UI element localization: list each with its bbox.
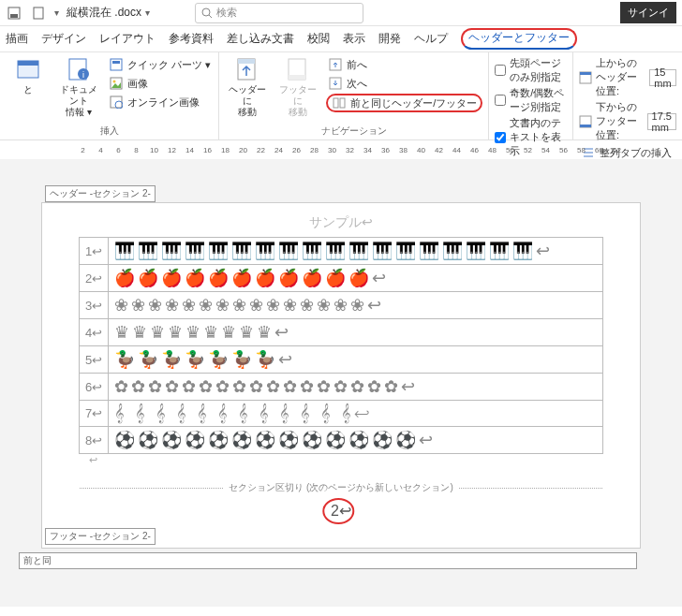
online-picture-button[interactable]: オンライン画像	[107, 94, 213, 110]
svg-rect-17	[238, 59, 255, 64]
qa-dropdown-icon[interactable]: ▾	[54, 7, 59, 18]
svg-line-4	[209, 15, 212, 18]
svg-text:i: i	[82, 70, 84, 80]
doc-info-button[interactable]: i ドキュメント 情報 ▾	[56, 56, 101, 118]
first-page-checkbox[interactable]: 先頭ページのみ別指定	[495, 56, 567, 84]
svg-rect-6	[18, 61, 38, 66]
svg-rect-23	[340, 98, 345, 108]
annotation-circle-icon	[322, 498, 354, 524]
svg-point-3	[202, 8, 210, 16]
footer-from-bottom-value[interactable]: 17.5 mm	[647, 113, 676, 130]
previous-button[interactable]: 前へ	[326, 56, 482, 73]
header-sample-text: サンプル↩	[42, 209, 640, 237]
search-placeholder: 検索	[216, 6, 237, 20]
footer-section-tag: フッター -セクション 2-	[45, 528, 156, 545]
ribbon-group-options: 先頭ページのみ別指定 奇数/偶数ページ別指定 文書内のテキストを表示 オプション	[489, 52, 573, 139]
header-from-top-row[interactable]: 上からのヘッダー位置:15 mm	[579, 56, 676, 98]
table-row: 3↩❀❀❀❀❀❀❀❀❀❀❀❀❀❀❀↩	[80, 292, 603, 319]
svg-rect-10	[111, 59, 122, 70]
search-input[interactable]: 検索	[195, 3, 363, 23]
signin-button[interactable]: サインイ	[620, 2, 676, 23]
ribbon-group-navigation: ヘッダーに 移動 フッターに 移動 前へ 次へ 前と同じヘッダー/フッター ナビ…	[219, 52, 489, 139]
ribbon-group-position: 上からのヘッダー位置:15 mm 下からのフッター位置:17.5 mm 整列タブ…	[573, 52, 682, 139]
table-row: 1↩🎹🎹🎹🎹🎹🎹🎹🎹🎹🎹🎹🎹🎹🎹🎹🎹🎹🎹↩	[80, 238, 603, 265]
footer-page-number: 2↩	[42, 502, 640, 520]
next-button[interactable]: 次へ	[326, 75, 482, 92]
header-section-tag: ヘッダー -セクション 2-	[45, 185, 156, 202]
goto-footer-button: フッターに 移動	[275, 56, 320, 118]
tab-help[interactable]: ヘルプ	[414, 31, 448, 47]
table-row: 5↩🦆🦆🦆🦆🦆🦆🦆↩	[80, 346, 603, 374]
table-row: 8↩⚽⚽⚽⚽⚽⚽⚽⚽⚽⚽⚽⚽⚽↩	[80, 427, 603, 454]
document-title[interactable]: 縦横混在 .docx▾	[67, 5, 150, 21]
table-row: 6↩✿✿✿✿✿✿✿✿✿✿✿✿✿✿✿✿✿↩	[80, 374, 603, 401]
svg-rect-25	[580, 72, 591, 75]
tab-design[interactable]: デザイン	[41, 31, 86, 47]
svg-rect-11	[112, 61, 120, 64]
header-from-top-value[interactable]: 15 mm	[649, 69, 676, 86]
svg-rect-22	[334, 98, 338, 108]
odd-even-checkbox[interactable]: 奇数/偶数ページ別指定	[495, 86, 567, 114]
ribbon-tabs: 描画 デザイン レイアウト 参考資料 差し込み文書 校閲 表示 開発 ヘルプ ヘ…	[0, 26, 682, 52]
quick-parts-button[interactable]: クイック パーツ ▾	[107, 56, 213, 73]
table-row: 2↩🍎🍎🍎🍎🍎🍎🍎🍎🍎🍎🍎↩	[80, 265, 603, 292]
table-row: 7↩𝄞 𝄞 𝄞 𝄞 𝄞 𝄞 𝄞 𝄞 𝄞 𝄞 𝄞 𝄞↩	[80, 401, 603, 427]
newdoc-icon[interactable]	[30, 5, 47, 22]
tab-header-footer[interactable]: ヘッダーとフッター	[461, 28, 577, 50]
save-icon[interactable]	[6, 5, 22, 22]
tab-mailings[interactable]: 差し込み文書	[227, 31, 294, 47]
title-bar: ▾ 縦横混在 .docx▾ 検索 サインイ	[0, 0, 682, 26]
svg-rect-1	[10, 14, 18, 18]
same-as-previous-tag: 前と同	[19, 552, 637, 569]
table-row: 4↩♛♛♛♛♛♛♛♛♛↩	[80, 319, 603, 346]
tab-references[interactable]: 参考資料	[169, 31, 214, 47]
page-sheet[interactable]: サンプル↩ 1↩🎹🎹🎹🎹🎹🎹🎹🎹🎹🎹🎹🎹🎹🎹🎹🎹🎹🎹↩2↩🍎🍎🍎🍎🍎🍎🍎🍎🍎🍎🍎…	[41, 202, 641, 549]
svg-rect-27	[580, 125, 591, 127]
svg-rect-2	[34, 7, 43, 19]
tab-review[interactable]: 校閲	[307, 31, 330, 47]
tab-draw[interactable]: 描画	[6, 31, 28, 47]
tab-view[interactable]: 表示	[343, 31, 365, 47]
tab-developer[interactable]: 開発	[378, 31, 401, 47]
search-icon	[201, 7, 213, 19]
section-break-text: セクション区切り (次のページから新しいセクション)	[42, 481, 640, 494]
ribbon-group-insert: と i ドキュメント 情報 ▾ クイック パーツ ▾ 画像 オンライン画像 挿入	[0, 52, 219, 139]
link-to-previous-button[interactable]: 前と同じヘッダー/フッター	[326, 94, 482, 112]
content-table: 1↩🎹🎹🎹🎹🎹🎹🎹🎹🎹🎹🎹🎹🎹🎹🎹🎹🎹🎹↩2↩🍎🍎🍎🍎🍎🍎🍎🍎🍎🍎🍎↩3↩❀❀❀…	[79, 237, 603, 454]
ribbon: と i ドキュメント 情報 ▾ クイック パーツ ▾ 画像 オンライン画像 挿入…	[0, 52, 682, 140]
date-time-button[interactable]: と	[6, 56, 51, 95]
document-area: ヘッダー -セクション 2- サンプル↩ 1↩🎹🎹🎹🎹🎹🎹🎹🎹🎹🎹🎹🎹🎹🎹🎹🎹🎹…	[0, 159, 682, 607]
group-label-insert: 挿入	[6, 123, 213, 138]
goto-header-button[interactable]: ヘッダーに 移動	[225, 56, 270, 118]
tab-layout[interactable]: レイアウト	[99, 31, 156, 47]
svg-point-13	[113, 81, 116, 83]
group-label-navigation: ナビゲーション	[225, 123, 482, 138]
svg-rect-19	[289, 75, 305, 80]
footer-from-bottom-row[interactable]: 下からのフッター位置:17.5 mm	[579, 100, 676, 142]
paragraph-end-mark: ↩	[42, 454, 640, 466]
picture-button[interactable]: 画像	[107, 75, 213, 92]
